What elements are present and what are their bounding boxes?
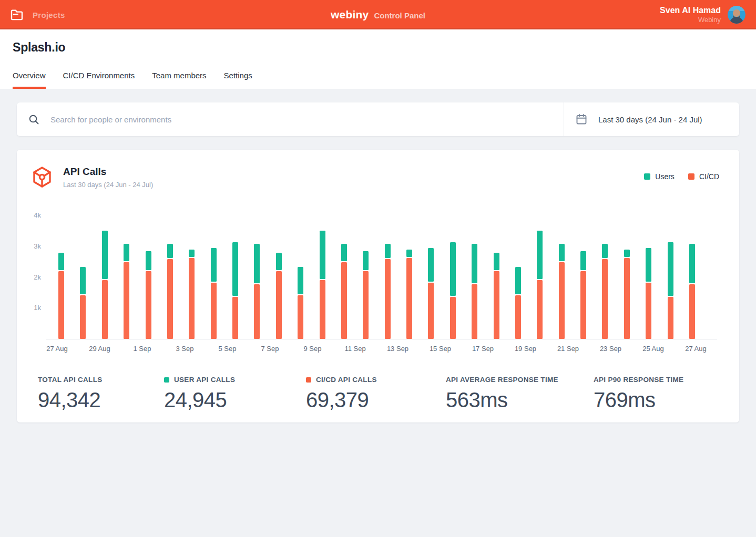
bar-segment-cicd	[232, 297, 238, 339]
x-axis-line	[46, 339, 717, 339]
app-logo: webiny Control Panel	[331, 0, 425, 29]
page-title: Splash.io	[13, 40, 756, 55]
stat-value: 24,945	[164, 388, 306, 412]
search-section	[17, 102, 564, 136]
bar-segment-cicd	[450, 297, 456, 339]
bar-segment-users	[450, 242, 456, 295]
tab-overview[interactable]: Overview	[13, 71, 46, 89]
bar-segment-users	[406, 250, 412, 257]
bar-segment-users	[211, 248, 217, 281]
stat-value: 94,342	[38, 388, 164, 412]
stacked-bar	[494, 253, 499, 339]
folder-icon	[11, 9, 23, 20]
bar-segment-users	[602, 244, 608, 259]
stacked-bar	[537, 231, 543, 339]
bar-segment-users	[668, 242, 673, 295]
x-tick-label: 25 Aug	[632, 345, 675, 353]
y-tick-label: 3k	[17, 242, 41, 251]
stat-value: 69,379	[306, 388, 446, 412]
bar-segment-cicd	[341, 262, 347, 339]
stacked-bar	[668, 242, 673, 339]
page-header: Splash.io OverviewCI/CD EnvironmentsTeam…	[0, 29, 756, 89]
stacked-bar	[124, 244, 129, 339]
search-icon	[28, 114, 39, 125]
bar-segment-users	[494, 253, 499, 270]
stacked-bar	[646, 248, 651, 339]
stacked-bar	[58, 253, 64, 339]
x-tick-label: 3 Sep	[164, 345, 206, 353]
bar-segment-cicd	[580, 271, 586, 339]
x-tick-label: 27 Aug	[675, 345, 717, 353]
projects-nav-button[interactable]: Projects	[11, 9, 65, 20]
calendar-icon	[576, 113, 587, 125]
bar-segment-users	[385, 244, 391, 259]
stat-label: USER API CALLS	[164, 376, 306, 384]
tab-settings[interactable]: Settings	[224, 71, 252, 89]
stacked-bar	[406, 250, 412, 339]
tabs: OverviewCI/CD EnvironmentsTeam membersSe…	[0, 71, 756, 89]
stacked-bar	[80, 267, 86, 339]
tab-team-members[interactable]: Team members	[152, 71, 206, 89]
bar-segment-cicd	[320, 280, 325, 339]
logo-suffix: Control Panel	[374, 10, 425, 20]
stat-api-average-response-time: API AVERAGE RESPONSE TIME563ms	[446, 376, 594, 412]
content-area: Last 30 days (24 Jun - 24 Jul) API Calls…	[0, 89, 756, 422]
y-tick-label: 1k	[17, 304, 41, 312]
bar-segment-cicd	[668, 297, 673, 339]
stacked-bar	[428, 248, 434, 339]
x-tick-label: 17 Sep	[462, 345, 504, 353]
bar-segment-users	[298, 267, 303, 294]
bar-segment-cicd	[211, 283, 217, 339]
bar-segment-users	[624, 250, 630, 257]
bar-segment-cicd	[167, 259, 173, 339]
bar-segment-cicd	[189, 258, 195, 339]
bar-segment-users	[472, 244, 477, 283]
bar-segment-cicd	[624, 258, 630, 339]
stacked-bar	[189, 250, 195, 339]
search-input[interactable]	[50, 115, 564, 124]
stacked-bar	[232, 242, 238, 339]
bar-segment-cicd	[689, 284, 695, 339]
user-menu[interactable]: Sven Al Hamad Webiny	[660, 5, 745, 24]
x-tick-label: 11 Sep	[334, 345, 376, 353]
stat-value: 563ms	[446, 388, 594, 412]
bar-segment-cicd	[646, 283, 651, 339]
stacked-bar	[624, 250, 630, 339]
bar-segment-cicd	[406, 258, 412, 339]
bar-segment-users	[646, 248, 651, 281]
top-bar: Projects webiny Control Panel Sven Al Ha…	[0, 0, 756, 29]
bar-segment-cicd	[363, 271, 369, 339]
stat-label: TOTAL API CALLS	[38, 376, 164, 384]
bar-segment-users	[102, 231, 108, 280]
bar-segment-users	[537, 231, 543, 280]
stacked-bar	[167, 244, 173, 339]
bar-segment-users	[124, 244, 129, 261]
bar-segment-cicd	[428, 283, 434, 339]
bar-segment-users	[167, 244, 173, 259]
stacked-bar	[298, 267, 303, 339]
stat-total-api-calls: TOTAL API CALLS94,342	[38, 376, 164, 412]
stacked-bar	[363, 251, 369, 339]
tab-ci-cd-environments[interactable]: CI/CD Environments	[63, 71, 135, 89]
date-range-picker[interactable]: Last 30 days (24 Jun - 24 Jul)	[564, 102, 739, 136]
bar-segment-cicd	[276, 271, 282, 339]
bar-segment-cicd	[124, 262, 129, 339]
bar-segment-cicd	[58, 271, 64, 339]
stacked-bar	[515, 267, 521, 339]
x-tick-label: 15 Sep	[419, 345, 462, 353]
avatar[interactable]	[728, 6, 745, 24]
bar-segment-users	[146, 251, 151, 270]
stacked-bar	[146, 251, 151, 339]
stacked-bar	[211, 248, 217, 339]
bar-segment-users	[341, 244, 347, 261]
bar-segment-users	[189, 250, 195, 257]
user-org: Webiny	[660, 16, 721, 24]
x-tick-label: 5 Sep	[206, 345, 249, 353]
bar-segment-cicd	[102, 280, 108, 339]
bar-segment-cicd	[298, 295, 303, 339]
stacked-bar	[602, 244, 608, 339]
stat-value: 769ms	[594, 388, 742, 412]
stacked-bar	[450, 242, 456, 339]
bar-segment-cicd	[80, 295, 86, 339]
x-tick-label: 29 Aug	[78, 345, 121, 353]
